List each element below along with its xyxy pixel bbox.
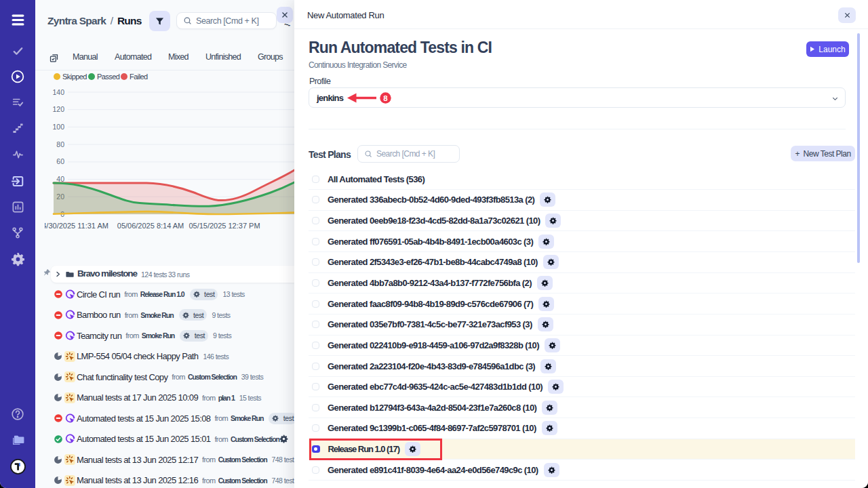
svg-text:05/15/2025 12:37 PM: 05/15/2025 12:37 PM — [189, 222, 260, 230]
svg-text:04/30/2025 11:31 AM: 04/30/2025 11:31 AM — [45, 222, 108, 230]
svg-text:40: 40 — [56, 175, 64, 183]
svg-text:80: 80 — [56, 140, 64, 148]
svg-text:100: 100 — [52, 123, 64, 131]
svg-text:05/06/2025 8:14 AM: 05/06/2025 8:14 AM — [117, 222, 184, 230]
svg-text:140: 140 — [52, 88, 64, 96]
svg-text:60: 60 — [56, 157, 64, 165]
svg-text:120: 120 — [52, 105, 64, 113]
svg-text:8: 8 — [383, 94, 388, 102]
